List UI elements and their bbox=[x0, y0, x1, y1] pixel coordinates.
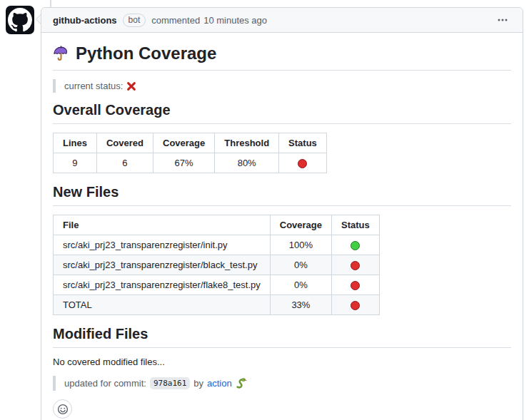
table-row: src/aki_prj23_transparenzregister/flake8… bbox=[54, 275, 380, 295]
comment-body: Python Coverage current status: Overall … bbox=[41, 33, 523, 420]
column-header: Status bbox=[332, 215, 380, 235]
current-status-label: current status: bbox=[64, 81, 123, 91]
coverage-cell: 0% bbox=[270, 275, 331, 295]
coverage-cell: 33% bbox=[270, 295, 331, 315]
status-dot-icon bbox=[351, 301, 360, 310]
github-actions-avatar[interactable] bbox=[6, 6, 34, 34]
status-dot-icon bbox=[351, 241, 360, 250]
kebab-icon bbox=[497, 14, 508, 26]
file-cell: src/aki_prj23_transparenzregister/flake8… bbox=[54, 275, 271, 295]
no-modified-files-text: No covered modified files... bbox=[53, 357, 511, 367]
report-title-text: Python Coverage bbox=[76, 43, 216, 64]
column-header: File bbox=[54, 215, 271, 235]
column-header: Covered bbox=[96, 133, 153, 153]
by-label: by bbox=[193, 378, 203, 389]
table-row: src/aki_prj23_transparenzregister/black_… bbox=[54, 255, 380, 275]
lines-cell: 9 bbox=[54, 153, 97, 173]
column-header: Threshold bbox=[215, 133, 279, 153]
commented-label: commented bbox=[151, 15, 200, 26]
covered-cell: 6 bbox=[96, 153, 153, 173]
coverage-cell: 0% bbox=[270, 255, 331, 275]
current-status-quote: current status: bbox=[53, 79, 511, 93]
github-octocat-icon bbox=[8, 8, 32, 32]
file-cell: TOTAL bbox=[54, 295, 271, 315]
updated-commit-quote: updated for commit: 978a161 by action bbox=[53, 376, 511, 391]
status-cell bbox=[332, 295, 380, 315]
snake-icon bbox=[236, 378, 247, 389]
overall-coverage-table: Lines Covered Coverage Threshold Status … bbox=[53, 133, 327, 173]
report-title: Python Coverage bbox=[53, 43, 511, 71]
table-row: src/aki_prj23_transparenzregister/init.p… bbox=[54, 235, 380, 255]
status-dot-icon bbox=[351, 281, 360, 290]
threshold-cell: 80% bbox=[215, 153, 279, 173]
new-files-table: File Coverage Status src/aki_prj23_trans… bbox=[53, 215, 380, 315]
timestamp-link[interactable]: 10 minutes ago bbox=[203, 15, 267, 26]
table-header-row: File Coverage Status bbox=[54, 215, 380, 235]
modified-files-heading: Modified Files bbox=[53, 325, 511, 348]
updated-commit-label: updated for commit: bbox=[64, 378, 146, 389]
bot-badge: bot bbox=[123, 14, 146, 27]
table-header-row: Lines Covered Coverage Threshold Status bbox=[54, 133, 327, 153]
column-header: Status bbox=[279, 133, 327, 153]
table-row: 9 6 67% 80% bbox=[54, 153, 327, 173]
comment-header: github-actions bot commented 10 minutes … bbox=[41, 8, 523, 33]
commit-hash: 978a161 bbox=[150, 377, 190, 389]
file-cell: src/aki_prj23_transparenzregister/init.p… bbox=[54, 235, 271, 255]
comment-options-button[interactable] bbox=[494, 11, 511, 29]
status-cell bbox=[332, 235, 380, 255]
column-header: Coverage bbox=[270, 215, 331, 235]
file-cell: src/aki_prj23_transparenzregister/black_… bbox=[54, 255, 271, 275]
status-dot-icon bbox=[298, 159, 307, 168]
author-link[interactable]: github-actions bbox=[53, 15, 117, 26]
column-header: Lines bbox=[54, 133, 97, 153]
column-header: Coverage bbox=[153, 133, 215, 153]
overall-coverage-heading: Overall Coverage bbox=[53, 101, 511, 124]
status-cell bbox=[279, 153, 327, 173]
add-reaction-button[interactable] bbox=[53, 399, 72, 419]
table-row: TOTAL 33% bbox=[54, 295, 380, 315]
umbrella-icon bbox=[53, 46, 69, 62]
status-dot-icon bbox=[351, 261, 360, 270]
comment-card: github-actions bot commented 10 minutes … bbox=[41, 7, 523, 420]
coverage-cell: 100% bbox=[270, 235, 331, 255]
smiley-icon bbox=[57, 404, 69, 415]
status-cell bbox=[332, 275, 380, 295]
cross-mark-icon bbox=[126, 81, 136, 91]
status-cell bbox=[332, 255, 380, 275]
new-files-heading: New Files bbox=[53, 183, 511, 206]
coverage-cell: 67% bbox=[153, 153, 215, 173]
action-link[interactable]: action bbox=[207, 378, 232, 389]
